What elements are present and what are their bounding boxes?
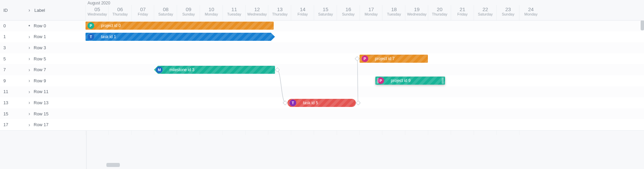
bar-label: project id 9 bbox=[391, 78, 411, 83]
day-name: Saturday bbox=[474, 12, 497, 16]
horizontal-scrollbar-thumb[interactable] bbox=[106, 163, 120, 167]
row-label-cell[interactable]: Row 17 bbox=[28, 122, 48, 127]
table-row[interactable]: 15Row 15 bbox=[0, 108, 644, 120]
day-header[interactable]: 10Monday bbox=[200, 5, 223, 20]
chevron-right-icon[interactable] bbox=[28, 34, 31, 39]
gantt-bar-project-9[interactable]: Pproject id 9 bbox=[375, 77, 445, 85]
row-id: 13 bbox=[3, 100, 28, 105]
row-label-cell[interactable]: Row 15 bbox=[28, 111, 48, 116]
row-label: Row 13 bbox=[34, 100, 48, 105]
day-header[interactable]: 16Sunday bbox=[337, 5, 360, 20]
chevron-right-icon[interactable] bbox=[28, 78, 31, 83]
row-left-cells: 3Row 3 bbox=[0, 42, 86, 53]
day-name: Tuesday bbox=[223, 12, 246, 16]
day-header[interactable]: 24Monday bbox=[519, 5, 542, 20]
row-label: Row 9 bbox=[34, 78, 46, 83]
row-label: Row 3 bbox=[34, 45, 46, 50]
table-row[interactable]: 11Row 11 bbox=[0, 86, 644, 98]
bar-label: project id 0 bbox=[101, 23, 121, 28]
chevron-right-icon[interactable] bbox=[28, 45, 31, 50]
day-name: Sunday bbox=[337, 12, 360, 16]
row-label-cell[interactable]: Row 9 bbox=[28, 78, 46, 83]
day-header[interactable]: 22Saturday bbox=[474, 5, 497, 20]
day-header[interactable]: 19Wednesday bbox=[405, 5, 428, 20]
row-id: 11 bbox=[3, 89, 28, 94]
gantt-bar-milestone-3[interactable]: Mmilestone id 3 bbox=[154, 66, 275, 74]
day-name: Sunday bbox=[497, 12, 519, 16]
row-label-cell[interactable]: Row 7 bbox=[28, 67, 46, 72]
row-label-cell[interactable]: Row 5 bbox=[28, 56, 46, 61]
day-number: 12 bbox=[246, 6, 269, 12]
day-number: 21 bbox=[451, 6, 474, 12]
day-number: 14 bbox=[291, 6, 314, 12]
chevron-right-icon[interactable] bbox=[28, 56, 31, 61]
resize-handle-left[interactable] bbox=[377, 78, 379, 84]
day-name: Saturday bbox=[314, 12, 337, 16]
day-header[interactable]: 07Friday bbox=[131, 5, 155, 20]
day-header[interactable]: 21Friday bbox=[451, 5, 474, 20]
day-header[interactable]: 18Tuesday bbox=[382, 5, 405, 20]
gantt-bar-project-7[interactable]: Pproject id 7 bbox=[360, 55, 428, 63]
bullet-icon[interactable] bbox=[28, 23, 31, 28]
table-row[interactable]: 5Row 5 bbox=[0, 53, 644, 65]
chevron-right-icon[interactable] bbox=[28, 100, 31, 105]
gantt-body[interactable]: 0Row 01Row 13Row 35Row 57Row 79Row 911Ro… bbox=[0, 20, 644, 135]
table-row[interactable]: 9Row 9 bbox=[0, 75, 644, 87]
gantt-bar-task-5[interactable]: Ttask id 5 bbox=[287, 99, 356, 107]
chevron-right-icon[interactable] bbox=[28, 8, 31, 12]
table-row[interactable]: 7Row 7 bbox=[0, 64, 644, 76]
day-header[interactable]: 14Friday bbox=[291, 5, 314, 20]
day-name: Monday bbox=[200, 12, 223, 16]
chevron-right-icon[interactable] bbox=[28, 122, 31, 127]
day-number: 22 bbox=[474, 6, 497, 12]
day-number: 06 bbox=[109, 6, 132, 12]
row-id: 1 bbox=[3, 34, 28, 39]
day-header[interactable]: 12Wednesday bbox=[245, 5, 269, 20]
day-name: Sunday bbox=[177, 12, 200, 16]
row-left-cells: 7Row 7 bbox=[0, 64, 86, 75]
day-number: 09 bbox=[177, 6, 200, 12]
column-header-id[interactable]: ID bbox=[3, 0, 28, 20]
day-header[interactable]: 08Saturday bbox=[154, 5, 177, 20]
column-header-label-text: Label bbox=[34, 8, 45, 13]
row-label: Row 0 bbox=[34, 23, 46, 28]
gantt-header-left: ID Label bbox=[0, 0, 86, 20]
gantt-bar-project-0[interactable]: Pproject id 0 bbox=[86, 22, 274, 30]
chevron-right-icon[interactable] bbox=[28, 111, 31, 116]
day-header[interactable]: 23Sunday bbox=[496, 5, 519, 20]
column-header-label[interactable]: Label bbox=[28, 0, 85, 20]
day-header[interactable]: 13Thursday bbox=[268, 5, 291, 20]
day-header[interactable]: 20Thursday bbox=[428, 5, 451, 20]
day-header[interactable]: 11Tuesday bbox=[223, 5, 246, 20]
day-number: 20 bbox=[428, 6, 451, 12]
table-row[interactable]: 17Row 17 bbox=[0, 119, 644, 131]
row-left-cells: 15Row 15 bbox=[0, 108, 86, 119]
day-header[interactable]: 15Saturday bbox=[314, 5, 337, 20]
day-name: Friday bbox=[451, 12, 474, 16]
row-label-cell[interactable]: Row 1 bbox=[28, 34, 46, 39]
row-label-cell[interactable]: Row 0 bbox=[28, 23, 46, 28]
day-number: 24 bbox=[519, 6, 542, 12]
day-header[interactable]: 09Sunday bbox=[177, 5, 200, 20]
chevron-right-icon[interactable] bbox=[28, 89, 31, 94]
row-label-cell[interactable]: Row 13 bbox=[28, 100, 48, 105]
bar-type-icon: P bbox=[362, 55, 368, 62]
chevron-right-icon[interactable] bbox=[28, 67, 31, 72]
resize-handle-right[interactable] bbox=[442, 78, 444, 84]
row-left-cells: 9Row 9 bbox=[0, 75, 86, 86]
row-label-cell[interactable]: Row 3 bbox=[28, 45, 46, 50]
table-row[interactable]: 3Row 3 bbox=[0, 42, 644, 54]
bar-label: milestone id 3 bbox=[169, 67, 194, 72]
day-number: 13 bbox=[268, 6, 291, 12]
day-header[interactable]: 17Monday bbox=[360, 5, 383, 20]
row-label-cell[interactable]: Row 11 bbox=[28, 89, 48, 94]
day-header[interactable]: 06Thursday bbox=[108, 5, 132, 20]
vertical-scrollbar-thumb[interactable] bbox=[641, 20, 644, 30]
day-name: Friday bbox=[132, 12, 155, 16]
row-label: Row 5 bbox=[34, 56, 46, 61]
day-number: 18 bbox=[382, 6, 405, 12]
day-name: Friday bbox=[291, 12, 314, 16]
gantt-bar-task-1[interactable]: Ttask id 1 bbox=[86, 33, 275, 41]
day-header[interactable]: 05Wednesday bbox=[86, 5, 109, 20]
day-name: Thursday bbox=[428, 12, 451, 16]
